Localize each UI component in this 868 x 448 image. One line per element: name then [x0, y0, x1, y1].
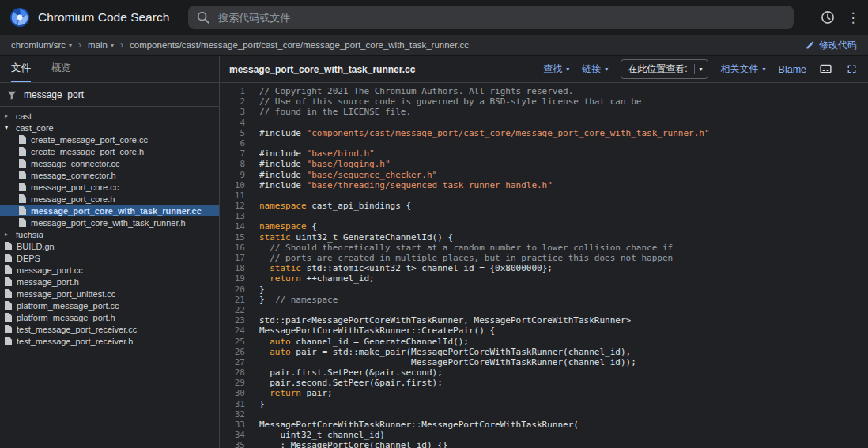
chromium-codesearch-logo[interactable]: [9, 7, 30, 28]
code-line: namespace cast_api_bindings {: [259, 201, 868, 211]
file-filter-input[interactable]: [22, 88, 213, 101]
code-line: #include "components/cast/message_port/c…: [259, 128, 868, 138]
line-number[interactable]: 33: [220, 420, 245, 430]
code-line: #include "base/threading/sequenced_task_…: [259, 180, 868, 190]
line-number[interactable]: 8: [220, 159, 245, 169]
tree-file-test_message_port_receiver.h[interactable]: test_message_port_receiver.h: [0, 335, 219, 347]
editor-icon[interactable]: [819, 62, 832, 76]
file-filter[interactable]: [0, 83, 219, 107]
line-number[interactable]: 13: [220, 211, 245, 221]
line-number[interactable]: 21: [220, 295, 245, 305]
line-number[interactable]: 9: [220, 170, 245, 180]
line-number[interactable]: 22: [220, 305, 245, 315]
tree-file-message_port_core_with_task_runner.cc[interactable]: message_port_core_with_task_runner.cc: [0, 205, 219, 216]
tree-file-message_connector.h[interactable]: message_connector.h: [0, 169, 219, 181]
line-number[interactable]: 5: [220, 128, 245, 138]
line-number[interactable]: 7: [220, 149, 245, 159]
find-button[interactable]: 查找 ▾: [543, 62, 569, 76]
tree-file-message_connector.cc[interactable]: message_connector.cc: [0, 157, 219, 169]
tree-item-label: DEPS: [17, 254, 40, 263]
line-number[interactable]: 1: [220, 86, 245, 96]
line-number[interactable]: 32: [220, 409, 245, 420]
tree-file-BUILD.gn[interactable]: BUILD.gn: [0, 240, 219, 252]
tree-file-DEPS[interactable]: DEPS: [0, 252, 219, 264]
chevron-right-icon[interactable]: ▸: [5, 231, 16, 238]
chevron-down-icon: ▾: [694, 64, 708, 74]
code-token: [259, 263, 270, 273]
chevron-down-icon[interactable]: ▾: [5, 124, 16, 131]
line-number[interactable]: 15: [220, 232, 245, 243]
code-line: }: [259, 284, 868, 295]
code-token: MessagePortCoreWithTaskRunner(channel_id…: [259, 357, 636, 367]
tree-file-message_port.h[interactable]: message_port.h: [0, 276, 219, 288]
line-number[interactable]: 29: [220, 378, 245, 388]
line-number[interactable]: 20: [220, 284, 245, 295]
repo-selector[interactable]: chromium/src ▾: [11, 40, 72, 50]
tree-file-message_port_unittest.cc[interactable]: message_port_unittest.cc: [0, 288, 219, 299]
tree-folder-fuchsia[interactable]: ▸fuchsia: [0, 228, 219, 240]
tree-file-platform_message_port.cc[interactable]: platform_message_port.cc: [0, 299, 219, 311]
tree-file-create_message_port_core.h[interactable]: create_message_port_core.h: [0, 145, 219, 157]
fullscreen-icon[interactable]: [845, 62, 859, 76]
line-number[interactable]: 27: [220, 357, 245, 367]
line-numbers: 1234567891011121314151617181920212223242…: [220, 86, 252, 448]
line-number[interactable]: 28: [220, 367, 245, 378]
line-number[interactable]: 12: [220, 201, 245, 211]
view-in-select[interactable]: 在此位置查看: ▾: [621, 59, 708, 79]
tree-file-message_port.cc[interactable]: message_port.cc: [0, 264, 219, 276]
tree-folder-cast[interactable]: ▸cast: [0, 110, 219, 122]
kebab-menu-icon[interactable]: ⋮: [847, 9, 859, 26]
line-number[interactable]: 14: [220, 221, 245, 232]
tab-files[interactable]: 文件: [11, 56, 31, 82]
line-number[interactable]: 35: [220, 440, 245, 448]
line-number[interactable]: 16: [220, 243, 245, 253]
code-token: MessagePortCoreWithTaskRunner::CreatePai…: [259, 326, 495, 336]
line-number[interactable]: 4: [220, 118, 245, 128]
code-token: channel_id = GenerateChannelId();: [291, 337, 469, 347]
tab-overview[interactable]: 概览: [51, 56, 71, 82]
code-token: [259, 337, 270, 347]
tree-file-message_port_core.cc[interactable]: message_port_core.cc: [0, 181, 219, 193]
tree-file-message_port_core.h[interactable]: message_port_core.h: [0, 193, 219, 205]
tree-folder-cast_core[interactable]: ▾cast_core: [0, 122, 219, 134]
line-number[interactable]: 10: [220, 180, 245, 190]
line-number[interactable]: 24: [220, 326, 245, 336]
tree-file-platform_message_port.h[interactable]: platform_message_port.h: [0, 311, 219, 323]
line-number[interactable]: 6: [220, 138, 245, 149]
file-icon: [19, 206, 26, 215]
file-icon: [19, 183, 26, 191]
chevron-right-icon[interactable]: ▸: [5, 112, 16, 119]
line-number[interactable]: 25: [220, 337, 245, 347]
line-number[interactable]: 11: [220, 190, 245, 201]
blame-button[interactable]: Blame: [779, 64, 806, 75]
line-number[interactable]: 18: [220, 263, 245, 273]
tree-file-message_port_core_with_task_runner.h[interactable]: message_port_core_with_task_runner.h: [0, 216, 219, 228]
line-number[interactable]: 26: [220, 347, 245, 357]
line-number[interactable]: 23: [220, 315, 245, 326]
branch-selector[interactable]: main ▾: [88, 40, 114, 50]
tree-file-create_message_port_core.cc[interactable]: create_message_port_core.cc: [0, 134, 219, 145]
code-line: // Copyright 2021 The Chromium Authors. …: [259, 86, 868, 96]
code-line: [259, 211, 868, 221]
file-icon: [5, 337, 12, 345]
tree-file-test_message_port_receiver.cc[interactable]: test_message_port_receiver.cc: [0, 323, 219, 335]
line-number[interactable]: 30: [220, 388, 245, 398]
search-bar[interactable]: [188, 6, 794, 29]
related-files-button[interactable]: 相关文件 ▾: [721, 62, 766, 76]
clock-icon[interactable]: [819, 9, 836, 26]
code-token: "components/cast/message_port/cast_core/…: [307, 128, 710, 138]
line-number[interactable]: 17: [220, 253, 245, 263]
tree-item-label: message_port.cc: [17, 265, 83, 275]
code-token: // found in the LICENSE file.: [259, 107, 411, 117]
code-token: #include: [259, 128, 307, 138]
line-number[interactable]: 19: [220, 273, 245, 284]
line-number[interactable]: 2: [220, 96, 245, 107]
line-number[interactable]: 31: [220, 399, 245, 409]
code-token: std::atomic<uint32_t> channel_id = {0x80…: [301, 263, 553, 273]
line-number[interactable]: 3: [220, 107, 245, 117]
file-icon: [19, 218, 26, 227]
links-button[interactable]: 链接 ▾: [582, 62, 608, 76]
search-input[interactable]: [217, 11, 786, 24]
line-number[interactable]: 34: [220, 430, 245, 440]
edit-code-button[interactable]: 修改代码: [793, 39, 857, 52]
